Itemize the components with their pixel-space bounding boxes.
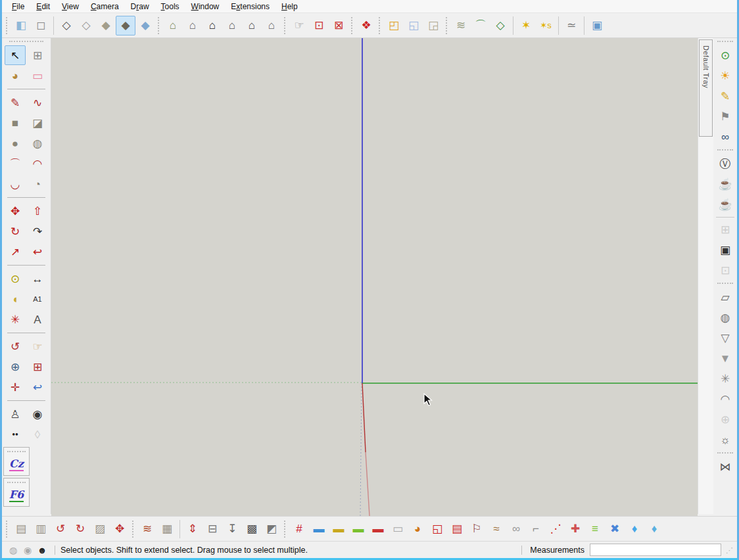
sandbox-from-scratch-button[interactable]: ▦: [157, 519, 177, 539]
view-back-button[interactable]: ⌂: [242, 16, 262, 35]
account-icon[interactable]: ☻: [35, 545, 49, 555]
toolbar-grip[interactable]: [6, 17, 9, 34]
dome-light-button[interactable]: ◠: [715, 389, 736, 409]
push-pull-button[interactable]: ⇧: [27, 201, 48, 221]
two-point-arc-button[interactable]: ◠: [27, 154, 48, 174]
plane-hash-button[interactable]: #: [289, 519, 309, 539]
menu-camera[interactable]: Camera: [85, 1, 125, 12]
rotated-rectangle-button[interactable]: ◪: [27, 113, 48, 133]
spot-light-button[interactable]: ▽: [715, 328, 736, 348]
curviloft-loft-path-button[interactable]: ⌒: [471, 16, 490, 35]
sun-light-button[interactable]: ☼: [715, 430, 736, 450]
three-point-arc-button[interactable]: ◡: [5, 174, 26, 194]
wood-profile-button[interactable]: ≈: [487, 519, 506, 539]
ies-light-button[interactable]: ▼: [715, 348, 736, 369]
render-button[interactable]: ☕: [715, 174, 736, 195]
vray-objects-button[interactable]: ⊡: [309, 16, 329, 35]
menu-window[interactable]: Window: [185, 1, 226, 12]
batch-render-button[interactable]: ⊞: [715, 220, 736, 240]
menu-draw[interactable]: Draw: [125, 1, 155, 12]
scale-button[interactable]: ↗: [5, 242, 26, 262]
view-right-button[interactable]: ⌂: [222, 16, 242, 35]
toolbar-grip[interactable]: [351, 17, 354, 34]
texture-skew-button[interactable]: ▨: [90, 519, 110, 539]
polygon-button[interactable]: ◍: [27, 133, 48, 153]
vray-environment-button[interactable]: ☀: [715, 66, 736, 86]
toolbar-grip[interactable]: [379, 17, 381, 34]
swirl-button[interactable]: ◕: [408, 519, 427, 539]
style-wireframe-button[interactable]: ◇: [57, 16, 76, 35]
curvizard-button[interactable]: Cz: [6, 456, 27, 473]
measurements-input[interactable]: [590, 544, 721, 556]
toolbar-grip[interactable]: [717, 149, 733, 152]
sandbox-stamp-button[interactable]: ⊟: [203, 519, 222, 539]
vray-power-button[interactable]: ⊙: [715, 45, 736, 66]
frame-buffer-button[interactable]: ▣: [715, 240, 736, 260]
geolocation-icon[interactable]: ◍: [6, 545, 20, 555]
sandbox-drape-button[interactable]: ↧: [222, 519, 242, 539]
text-button[interactable]: A1: [27, 289, 48, 309]
circle-button[interactable]: ●: [5, 133, 26, 153]
pan-button[interactable]: ☞: [27, 337, 48, 356]
style-shaded-textures-button[interactable]: ◆: [116, 16, 135, 35]
toolbar-grip[interactable]: [6, 521, 9, 538]
axes-button[interactable]: ✳: [5, 310, 26, 329]
menu-view[interactable]: View: [56, 1, 85, 12]
fredo6-button[interactable]: F6: [6, 487, 27, 504]
rect-light-button[interactable]: ▱: [715, 287, 736, 308]
line-button[interactable]: ✎: [5, 93, 26, 112]
texture-position-button[interactable]: ▤: [11, 519, 31, 539]
mesh-light-button[interactable]: ⊕: [715, 409, 736, 430]
view-front-button[interactable]: ⌂: [203, 16, 222, 35]
toolbar-grip[interactable]: [446, 17, 448, 34]
vray-search-button[interactable]: ∞: [715, 127, 736, 147]
menu-extensions[interactable]: Extensions: [225, 1, 275, 12]
look-around-button[interactable]: ◉: [27, 404, 48, 424]
lined-panel-button[interactable]: ▤: [447, 519, 467, 539]
follow-me-button[interactable]: ↷: [27, 222, 48, 241]
dimension-button[interactable]: ↔: [27, 269, 48, 289]
water-drop-alt-button[interactable]: ♦: [644, 519, 664, 539]
toolbar-grip[interactable]: [158, 17, 160, 34]
default-tray-tab[interactable]: Default Tray: [699, 39, 713, 137]
vray-edit-materials-button[interactable]: ✎: [715, 86, 736, 106]
infinite-plane-button[interactable]: ⋈: [715, 457, 736, 477]
zoom-window-button[interactable]: ⊞: [27, 357, 48, 377]
toolbar-grip[interactable]: [132, 521, 135, 538]
lock-button[interactable]: ⊡: [715, 260, 736, 281]
menu-help[interactable]: Help: [275, 1, 304, 12]
shape-bender-button[interactable]: ≃: [561, 16, 581, 35]
rotate-button[interactable]: ↻: [5, 222, 26, 241]
sandbox-smoove-button[interactable]: ⇕: [183, 519, 203, 539]
zoom-button[interactable]: ⊕: [5, 357, 26, 377]
toolbar-grip[interactable]: [284, 521, 287, 538]
plane-red-button[interactable]: ▬: [368, 519, 388, 539]
toolbar-grip[interactable]: [717, 283, 733, 285]
offset-button[interactable]: ↩: [27, 242, 48, 262]
previous-view-button[interactable]: ↩: [27, 377, 48, 397]
select-button[interactable]: ↖: [5, 45, 26, 65]
make-component-button[interactable]: ⊞: [27, 45, 48, 65]
toolbar-grip[interactable]: [284, 17, 287, 34]
toolbar-grip[interactable]: [9, 41, 43, 45]
walk-button[interactable]: ●●: [5, 425, 26, 444]
flag-button[interactable]: ⚐: [467, 519, 487, 539]
corner-panel-button[interactable]: ◱: [427, 519, 447, 539]
style-hidden-line-button[interactable]: ◇: [76, 16, 96, 35]
node-path-button[interactable]: ⋰: [546, 519, 565, 539]
omni-light-button[interactable]: ✳: [715, 369, 736, 389]
toolbar-grip[interactable]: [717, 452, 733, 455]
view-top-button[interactable]: ⌂: [183, 16, 203, 35]
credits-icon[interactable]: ◉: [20, 545, 35, 555]
style-shaded-button[interactable]: ◆: [96, 16, 116, 35]
move-button[interactable]: ✥: [5, 201, 26, 221]
texture-rotate-ccw-button[interactable]: ↺: [51, 519, 70, 539]
vray-logo-button[interactable]: Ⓥ: [715, 154, 736, 174]
split-tool-s-button[interactable]: ✶s: [536, 16, 556, 35]
paint-bucket-button[interactable]: ◕: [5, 66, 26, 85]
pie-button[interactable]: ◔: [27, 174, 48, 194]
cross-red-button[interactable]: ✚: [565, 519, 585, 539]
curviloft-loft-spline-button[interactable]: ≋: [451, 16, 471, 35]
style-back-edges-button[interactable]: ◻: [31, 16, 51, 35]
water-drop-button[interactable]: ♦: [625, 519, 644, 539]
